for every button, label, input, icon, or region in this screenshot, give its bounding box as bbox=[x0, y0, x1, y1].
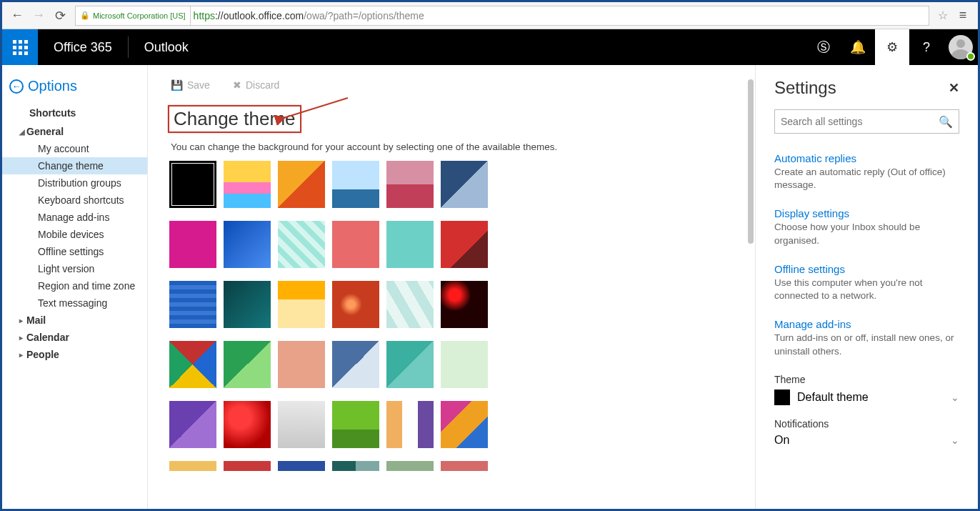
theme-tile-palm-sunset[interactable] bbox=[386, 161, 434, 208]
setting-desc: Use this computer when you're not connec… bbox=[774, 277, 959, 302]
theme-tile-circuit[interactable] bbox=[224, 281, 271, 328]
save-button[interactable]: 💾Save bbox=[171, 79, 210, 91]
options-back-link[interactable]: ← Options bbox=[2, 75, 147, 104]
theme-selector[interactable]: Default theme ⌄ bbox=[774, 390, 959, 405]
theme-tile-mint[interactable] bbox=[441, 341, 488, 388]
settings-search[interactable]: 🔍 bbox=[774, 109, 959, 134]
scrollbar-track[interactable] bbox=[748, 79, 754, 502]
app-launcher-button[interactable] bbox=[2, 29, 38, 65]
profile-avatar[interactable] bbox=[944, 29, 978, 65]
theme-tile-blue-crystal[interactable] bbox=[224, 221, 271, 268]
settings-gear-icon[interactable]: ⚙ bbox=[875, 29, 909, 65]
sidebar-item-text-messaging[interactable]: Text messaging bbox=[2, 294, 147, 312]
theme-tile-balloons[interactable] bbox=[224, 161, 271, 208]
sidebar-item-keyboard-shortcuts[interactable]: Keyboard shortcuts bbox=[2, 192, 147, 209]
theme-tile-salmon[interactable] bbox=[278, 341, 325, 388]
theme-tile-peek6[interactable] bbox=[441, 461, 488, 471]
browser-toolbar: ← → ⟳ 🔒 Microsoft Corporation [US] https… bbox=[2, 2, 978, 29]
theme-tile-bokeh[interactable] bbox=[332, 281, 379, 328]
waffle-icon bbox=[13, 40, 28, 55]
search-icon[interactable]: 🔍 bbox=[939, 115, 953, 129]
sidebar-section-mail[interactable]: ▸ Mail bbox=[2, 312, 147, 329]
sidebar-item-change-theme[interactable]: Change theme bbox=[2, 157, 147, 174]
notifications-icon[interactable]: 🔔 bbox=[841, 29, 875, 65]
bookmark-star-icon[interactable]: ☆ bbox=[934, 9, 952, 22]
theme-swatch-icon bbox=[774, 390, 790, 405]
settings-search-input[interactable] bbox=[781, 116, 939, 127]
theme-tile-peek3[interactable] bbox=[278, 461, 325, 471]
options-sidebar: ← Options Shortcuts ◢ General My account… bbox=[2, 65, 148, 509]
chevron-down-icon: ⌄ bbox=[951, 392, 959, 403]
theme-tile-crayons[interactable] bbox=[278, 281, 325, 328]
setting-link-automatic-replies[interactable]: Automatic replies bbox=[774, 152, 959, 164]
close-settings-button[interactable]: ✕ bbox=[949, 80, 959, 96]
theme-tile-coral[interactable] bbox=[332, 221, 379, 268]
theme-tile-snowflakes[interactable] bbox=[278, 401, 325, 448]
theme-tile-chevron[interactable] bbox=[278, 221, 325, 268]
sidebar-item-manage-add-ins[interactable]: Manage add-ins bbox=[2, 209, 147, 226]
reload-button[interactable]: ⟳ bbox=[49, 6, 71, 26]
sidebar-section-general[interactable]: ◢ General bbox=[2, 123, 147, 140]
theme-value: Default theme bbox=[797, 391, 869, 404]
forward-button[interactable]: → bbox=[28, 6, 49, 26]
settings-title: Settings bbox=[774, 78, 836, 98]
browser-menu-icon[interactable]: ≡ bbox=[952, 8, 974, 23]
skype-icon[interactable]: Ⓢ bbox=[806, 29, 841, 65]
setting-link-manage-add-ins[interactable]: Manage add-ins bbox=[774, 318, 959, 330]
sidebar-item-my-account[interactable]: My account bbox=[2, 140, 147, 157]
sidebar-item-mobile-devices[interactable]: Mobile devices bbox=[2, 226, 147, 243]
theme-tile-strawberry[interactable] bbox=[224, 401, 271, 448]
settings-panel: Settings ✕ 🔍 Automatic repliesCreate an … bbox=[755, 65, 978, 509]
sidebar-item-offline-settings[interactable]: Offline settings bbox=[2, 243, 147, 260]
sidebar-section-calendar[interactable]: ▸ Calendar bbox=[2, 329, 147, 346]
save-icon: 💾 bbox=[171, 79, 183, 91]
theme-tile-red-fold[interactable] bbox=[441, 221, 488, 268]
theme-tile-stripes[interactable] bbox=[386, 401, 434, 448]
theme-tile-dots-red[interactable] bbox=[441, 281, 488, 328]
theme-tile-sailboat[interactable] bbox=[332, 161, 379, 208]
theme-tile-fabric[interactable] bbox=[332, 341, 379, 388]
theme-tile-peek4[interactable] bbox=[332, 461, 379, 471]
back-button[interactable]: ← bbox=[6, 6, 28, 26]
setting-link-offline-settings[interactable]: Offline settings bbox=[774, 263, 959, 275]
theme-tile-hex-teal[interactable] bbox=[386, 281, 434, 328]
setting-desc: Choose how your Inbox should be organise… bbox=[774, 221, 959, 247]
theme-tile-peek1[interactable] bbox=[169, 461, 216, 471]
theme-tile-default-black[interactable] bbox=[169, 161, 216, 208]
app-name[interactable]: Outlook bbox=[129, 40, 204, 55]
address-bar[interactable]: 🔒 Microsoft Corporation [US] https://out… bbox=[75, 6, 929, 26]
suite-brand[interactable]: Office 365 bbox=[38, 40, 128, 55]
theme-tile-blueprint[interactable] bbox=[169, 281, 216, 328]
url-text: https://outlook.office.com/owa/?path=/op… bbox=[191, 10, 427, 21]
main-content: 💾Save ✖Discard Change theme You can chan… bbox=[148, 65, 755, 509]
theme-tile-peek2[interactable] bbox=[224, 461, 271, 471]
sidebar-section-people[interactable]: ▸ People bbox=[2, 346, 147, 363]
sidebar-item-light-version[interactable]: Light version bbox=[2, 260, 147, 277]
page-description: You can change the background for your a… bbox=[169, 132, 741, 161]
sidebar-item-region-and-time-zone[interactable]: Region and time zone bbox=[2, 277, 147, 294]
page-title: Change theme bbox=[169, 106, 300, 132]
options-label: Options bbox=[28, 78, 77, 94]
presence-indicator bbox=[966, 52, 975, 61]
theme-tile-lego[interactable] bbox=[278, 161, 325, 208]
theme-tile-abstract-green[interactable] bbox=[224, 341, 271, 388]
theme-tile-triangles[interactable] bbox=[169, 341, 216, 388]
theme-tile-magenta[interactable] bbox=[169, 221, 216, 268]
theme-tile-peek5[interactable] bbox=[386, 461, 434, 471]
notifications-selector[interactable]: On ⌄ bbox=[774, 434, 959, 447]
cert-name: Microsoft Corporation [US] bbox=[93, 11, 186, 20]
theme-tile-wave[interactable] bbox=[441, 161, 488, 208]
setting-link-display-settings[interactable]: Display settings bbox=[774, 207, 959, 219]
chevron-down-icon: ⌄ bbox=[951, 435, 959, 446]
theme-tile-purple-fold[interactable] bbox=[169, 401, 216, 448]
sidebar-item-distribution-groups[interactable]: Distribution groups bbox=[2, 174, 147, 192]
help-icon[interactable]: ? bbox=[909, 29, 944, 65]
theme-tile-green-field[interactable] bbox=[332, 401, 379, 448]
theme-tile-robot[interactable] bbox=[386, 221, 434, 268]
scrollbar-thumb[interactable] bbox=[748, 79, 754, 244]
theme-tile-poly-teal[interactable] bbox=[386, 341, 434, 388]
discard-button[interactable]: ✖Discard bbox=[233, 79, 279, 91]
theme-grid bbox=[169, 161, 741, 471]
theme-tile-paint-splash[interactable] bbox=[441, 401, 488, 448]
suite-header: Office 365 Outlook Ⓢ 🔔 ⚙ ? bbox=[2, 29, 978, 65]
